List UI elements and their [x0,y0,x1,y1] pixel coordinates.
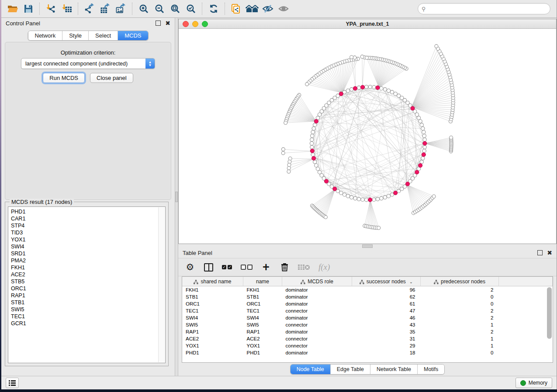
column-header-predecessor-nodes[interactable]: predecessor nodes [421,277,499,286]
float-panel-icon[interactable] [537,250,543,255]
mcds-result-item[interactable]: SWI5 [11,306,165,313]
toggle-panel-button[interactable] [204,261,213,273]
column-header-MCDS-role[interactable]: MCDS role [282,277,352,286]
table-cell: RAP1 [243,328,282,335]
tab-network[interactable]: Network [28,31,62,40]
tab-node-table[interactable]: Node Table [291,364,331,374]
vertical-splitter[interactable] [175,18,178,376]
table-cell: 0 [421,293,499,300]
mcds-result-item[interactable]: STB5 [11,278,165,285]
select-all-button[interactable]: ✓✓ [222,261,232,273]
criterion-dropdown[interactable]: largest connected component (undirected)… [21,58,155,69]
mcds-result-item[interactable]: STP4 [11,222,165,229]
delete-column-button[interactable] [280,261,289,273]
float-panel-icon[interactable] [156,21,161,26]
mcds-result-item[interactable]: CAR1 [11,215,165,222]
column-header-name[interactable]: name [243,277,282,286]
refresh-button[interactable] [206,1,221,16]
splitter-grip[interactable] [175,192,178,202]
save-session-button[interactable] [21,1,36,16]
delete-table-button [298,261,310,273]
mcds-result-item[interactable]: SRD1 [11,250,165,257]
column-header-successor-nodes[interactable]: successor nodes⌄ [352,277,421,286]
tab-edge-table[interactable]: Edge Table [331,364,370,374]
table-row[interactable]: ORC1ORC1dominator610 [182,300,553,307]
tab-select[interactable]: Select [89,31,118,40]
zoom-in-icon [138,3,149,14]
table-cell-filler [499,342,553,349]
clone-network-button[interactable] [228,1,244,16]
network-canvas[interactable] [179,29,556,244]
table-row[interactable]: SWI4SWI4dominator462 [182,314,553,321]
zoom-in-button[interactable] [136,1,152,16]
tab-style[interactable]: Style [62,31,89,40]
export-network-button[interactable] [82,1,97,16]
table-cell-filler [499,286,553,294]
mcds-result-item[interactable]: PHD1 [11,208,165,215]
tab-motifs[interactable]: Motifs [418,364,444,374]
table-row[interactable]: TEC1TEC1connector472 [182,307,553,314]
search-box[interactable]: ⚲ [418,3,550,14]
table-cell: ACE2 [243,335,282,342]
mcds-result-item[interactable]: FKH1 [11,264,165,271]
table-cell: dominator [282,314,352,321]
table-row[interactable]: FKH1FKH1dominator962 [182,286,553,294]
open-session-button[interactable] [5,1,21,16]
import-network-button[interactable] [43,1,59,16]
task-history-button[interactable] [6,378,19,388]
add-column-button[interactable]: + [261,261,271,273]
import-table-button[interactable] [59,1,75,16]
table-row[interactable]: PHD1PHD1dominator180 [182,349,553,356]
mcds-result-item[interactable]: STB1 [11,299,165,306]
first-neighbors-button[interactable] [244,1,260,16]
run-mcds-button[interactable]: Run MCDS [43,73,85,83]
trash-icon [281,263,288,272]
refresh-icon [208,3,219,14]
table-cell: 96 [352,286,421,294]
table-row[interactable]: STB1STB1dominator620 [182,293,553,300]
zoom-selected-button[interactable] [183,1,199,16]
tab-network-table[interactable]: Network Table [370,364,418,374]
export-image-button[interactable] [113,1,129,16]
close-panel-button[interactable]: Close panel [90,73,133,83]
table-cell-filler [499,300,553,307]
table-cell: connector [282,335,352,342]
export-table-button[interactable] [97,1,113,16]
mcds-result-item[interactable]: ACE2 [11,271,165,278]
mcds-result-item[interactable]: YOX1 [11,236,165,243]
zoom-fit-button[interactable] [167,1,183,16]
mcds-result-item[interactable]: TID3 [11,229,165,236]
mcds-result-item[interactable]: ORC1 [11,285,165,292]
mcds-result-list[interactable]: PHD1CAR1STP4TID3YOX1SWI4SRD1PMA2FKH1ACE2… [8,206,166,363]
network-graph[interactable] [179,29,556,244]
toolbar-separator [202,3,203,15]
table-row[interactable]: RAP1RAP1dominator352 [182,328,553,335]
show-all-button[interactable] [276,1,291,16]
table-row[interactable]: ACE2ACE2connector311 [182,335,553,342]
table-scrollbar[interactable] [547,287,552,339]
search-input[interactable] [428,5,547,12]
table-cell: 29 [352,342,421,349]
zoom-out-button[interactable] [152,1,167,16]
mcds-result-item[interactable]: TEC1 [11,313,165,320]
table-cell: SWI4 [182,314,243,321]
memory-button[interactable]: Memory [515,378,552,388]
table-settings-button[interactable]: ⚙ [185,261,195,273]
deselect-all-button[interactable] [241,261,253,273]
horizontal-splitter[interactable] [178,244,557,248]
table-row[interactable]: SWI5SWI5connector431 [182,321,553,328]
table-row[interactable]: YOX1YOX1connector291 [182,342,553,349]
mcds-result-item[interactable]: PMA2 [11,257,165,264]
criterion-label: Optimization criterion: [5,49,171,56]
mcds-result-item[interactable]: RAP1 [11,292,165,299]
column-header-shared-name[interactable]: shared name [182,277,243,286]
close-panel-icon[interactable]: ✖ [547,251,552,255]
splitter-grip[interactable] [362,244,373,248]
close-panel-icon[interactable]: ✖ [165,21,170,25]
network-window-titlebar[interactable]: YPA_prune.txt_1 [179,19,556,29]
mcds-result-item[interactable]: SWI4 [11,243,165,250]
hide-selected-button[interactable] [260,1,276,16]
mcds-result-item[interactable]: GCR1 [11,320,165,327]
mcds-list-scrollbar[interactable] [158,207,165,362]
tab-mcds[interactable]: MCDS [118,31,148,40]
